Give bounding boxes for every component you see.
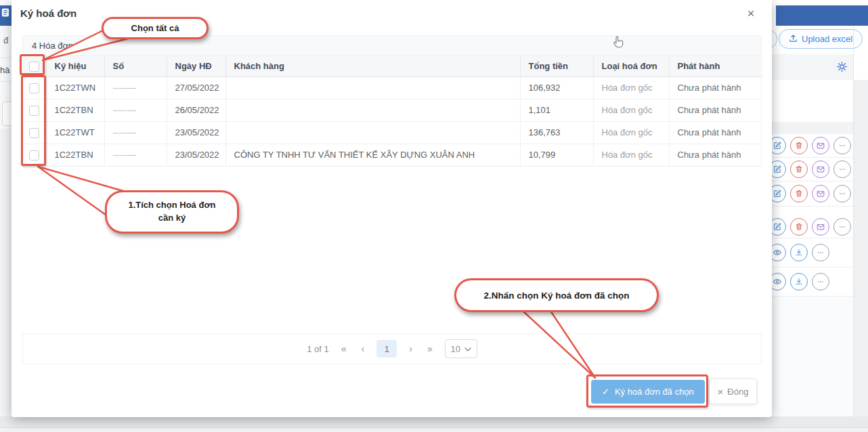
- clipped-text: đ: [3, 35, 8, 45]
- callout-step2: 2.Nhấn chọn Ký hoá đơn đã chọn: [454, 278, 659, 312]
- more-icon[interactable]: [833, 218, 851, 236]
- cell-2: --------: [104, 99, 167, 121]
- cell-4: CÔNG TY TNHH TƯ VẤN THIẾT KẾ XÂY DỰNG XU…: [225, 144, 520, 166]
- callout-select-all: Chọn tất cả: [102, 17, 209, 39]
- column-header-6: Loại hoá đơn: [593, 56, 669, 77]
- more-icon[interactable]: [833, 160, 851, 178]
- cell-2: --------: [104, 144, 167, 166]
- close-x-icon: ×: [718, 386, 724, 397]
- background-right-strip: Upload excel: [772, 0, 868, 416]
- table-row: 1C22TWN--------27/05/2022106,932Hóa đơn …: [23, 77, 762, 99]
- pagination-summary: 1 of 1: [307, 344, 329, 354]
- trash-icon[interactable]: [790, 218, 808, 236]
- page-size-select[interactable]: 10: [445, 339, 477, 358]
- background-action-row: [772, 134, 853, 158]
- cell-6: Hóa đơn gốc: [593, 144, 669, 166]
- column-header-7: Phát hành: [669, 56, 762, 77]
- column-header-2: Số: [104, 56, 167, 77]
- cell-4: [225, 99, 520, 121]
- table-row: 1C22TBN--------26/05/20221,101Hóa đơn gố…: [23, 99, 762, 121]
- trash-icon[interactable]: [790, 137, 808, 154]
- cell-7: Chưa phát hành: [669, 99, 762, 121]
- row-checkbox-cell: [23, 121, 46, 144]
- background-action-row: [772, 267, 853, 297]
- download-icon[interactable]: [790, 273, 808, 290]
- cell-5: 106,932: [520, 77, 593, 99]
- close-button-label: Đóng: [727, 387, 748, 397]
- cell-6: Hóa đơn gốc: [593, 121, 669, 144]
- mail-icon[interactable]: [812, 137, 829, 154]
- row-checkbox[interactable]: [29, 150, 39, 160]
- background-left-strip: đ hà: [0, 0, 12, 416]
- upload-excel-label: Upload excel: [802, 34, 852, 44]
- trash-icon[interactable]: [790, 160, 808, 178]
- row-checkbox[interactable]: [29, 106, 39, 116]
- cell-1: 1C22TBN: [46, 144, 104, 166]
- cell-1: 1C22TWN: [46, 77, 104, 99]
- cell-7: Chưa phát hành: [669, 144, 762, 166]
- sign-button-label: Ký hoá đơn đã chọn: [615, 387, 694, 397]
- document-icon: [1, 7, 9, 20]
- upload-excel-button[interactable]: Upload excel: [779, 29, 863, 49]
- table-row: 1C22TBN--------23/05/2022CÔNG TY TNHH TƯ…: [23, 144, 762, 166]
- row-checkbox-cell: [23, 99, 46, 121]
- more-icon[interactable]: [812, 273, 829, 290]
- column-header-5: Tổng tiền: [520, 56, 593, 77]
- cell-2: --------: [104, 121, 167, 144]
- more-icon[interactable]: [833, 137, 851, 154]
- cell-6: Hóa đơn gốc: [593, 77, 669, 99]
- background-action-row: [772, 215, 853, 238]
- pagination-last-button[interactable]: »: [425, 342, 435, 355]
- background-action-row: [772, 181, 853, 207]
- close-modal-button[interactable]: × Đóng: [709, 379, 757, 404]
- pagination-first-button[interactable]: «: [339, 342, 349, 355]
- row-checkbox[interactable]: [29, 83, 39, 93]
- background-action-row: [772, 238, 853, 267]
- column-header-1: Ký hiệu: [46, 56, 104, 77]
- mail-icon[interactable]: [812, 160, 829, 178]
- select-all-header-cell: [23, 56, 46, 77]
- trash-icon[interactable]: [790, 185, 808, 202]
- row-checkbox-cell: [23, 77, 46, 99]
- download-icon[interactable]: [790, 244, 808, 261]
- hand-cursor-icon: [613, 35, 624, 52]
- cell-3: 23/05/2022: [167, 121, 225, 144]
- chevron-down-icon: [464, 344, 471, 354]
- sign-selected-invoices-button[interactable]: ✓ Ký hoá đơn đã chọn: [591, 380, 705, 404]
- row-checkbox[interactable]: [29, 128, 39, 138]
- column-header-3: Ngày HĐ: [167, 56, 225, 77]
- callout-step1: 1.Tích chọn Hoá đơn cần ký: [105, 190, 239, 234]
- app-header-bar: [776, 5, 868, 26]
- table-row: 1C22TWT--------23/05/2022136,763Hóa đơn …: [23, 121, 762, 144]
- cell-4: [225, 77, 520, 99]
- modal-title: Ký hoá đơn: [20, 7, 77, 19]
- cell-1: 1C22TWT: [46, 121, 104, 144]
- cell-3: 26/05/2022: [167, 99, 225, 121]
- pagination-prev-button[interactable]: ‹: [359, 342, 368, 355]
- cell-7: Chưa phát hành: [669, 77, 762, 99]
- pagination-next-button[interactable]: ›: [406, 342, 415, 355]
- cell-3: 27/05/2022: [167, 77, 225, 99]
- mail-icon[interactable]: [812, 218, 829, 236]
- close-icon[interactable]: ×: [743, 5, 759, 22]
- pagination-current-page[interactable]: 1: [376, 340, 397, 358]
- cell-1: 1C22TBN: [46, 99, 104, 121]
- cell-3: 23/05/2022: [167, 144, 225, 166]
- clipped-text: hà: [0, 65, 9, 75]
- gear-icon[interactable]: [836, 61, 848, 75]
- row-checkbox-cell: [23, 144, 46, 166]
- cell-6: Hóa đơn gốc: [593, 99, 669, 121]
- invoice-table-panel: 4 Hóa đơn Ký hiệuSốNgày HĐKhách hàngTổng…: [22, 35, 762, 167]
- cell-5: 10,799: [520, 144, 593, 166]
- pagination: 1 of 1 « ‹ 1 › » 10: [22, 333, 762, 364]
- page-bottom-strip: [0, 416, 868, 432]
- more-icon[interactable]: [833, 185, 851, 202]
- select-all-checkbox[interactable]: [29, 62, 39, 72]
- mail-icon[interactable]: [812, 185, 829, 202]
- invoice-table: Ký hiệuSốNgày HĐKhách hàngTổng tiềnLoại …: [23, 56, 762, 167]
- more-icon[interactable]: [812, 244, 829, 261]
- background-action-row: [772, 158, 853, 181]
- cell-5: 136,763: [520, 121, 593, 144]
- check-icon: ✓: [602, 387, 609, 397]
- upload-icon: [789, 34, 798, 45]
